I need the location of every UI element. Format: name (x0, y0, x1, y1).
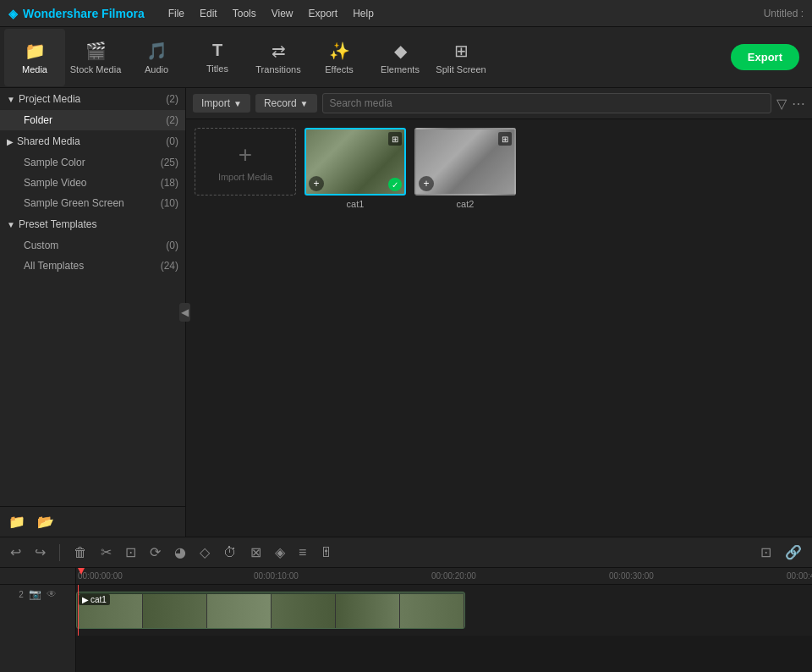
menu-edit[interactable]: Edit (193, 5, 224, 22)
ruler-mark-0: 00:00:00:00 (78, 571, 123, 581)
top-bar: ◈ Wondershare Filmora File Edit Tools Vi… (0, 0, 812, 27)
export-button[interactable]: Export (731, 44, 799, 70)
app-name: Wondershare Filmora (23, 7, 145, 20)
sidebar-item-custom[interactable]: Custom (0) (0, 235, 185, 256)
grid-thumb-icon-2: ⊞ (498, 132, 512, 146)
redo-button[interactable]: ↪ (31, 543, 49, 562)
transform-button[interactable]: ⊠ (247, 543, 265, 562)
record-button[interactable]: Record ▼ (255, 94, 317, 113)
markers-button[interactable]: ◈ (272, 543, 288, 562)
toolbar-media[interactable]: 📁 Media (4, 29, 65, 86)
sidebar-header-shared-media[interactable]: ▶ Shared Media (0) (0, 130, 185, 152)
cut-button[interactable]: ✂ (97, 543, 115, 562)
toolbar-audio[interactable]: 🎵 Audio (126, 29, 187, 86)
timeline-ruler-spacer (0, 568, 75, 585)
toolbar-elements[interactable]: ◆ Elements (370, 29, 431, 86)
media-thumb-cat1[interactable]: ⊞ ✓ + (304, 128, 406, 196)
keyframe-button[interactable]: ◇ (196, 543, 213, 562)
toolbar-elements-label: Elements (381, 64, 420, 74)
toolbar-split-screen[interactable]: ⊞ Split Screen (431, 29, 491, 86)
sidebar-item-all-templates[interactable]: All Templates (24) (0, 256, 185, 276)
all-templates-label: All Templates (24, 260, 161, 272)
timeline-track-controls: 2 📷 👁 (0, 585, 75, 603)
track-frames (77, 592, 464, 628)
toolbar-separator-1 (59, 544, 60, 561)
timeline-content: 2 📷 👁 00:00:00:00 00:00:10:00 00:00:20:0… (0, 568, 812, 672)
color-button[interactable]: ◕ (171, 543, 189, 562)
cat1-add-icon[interactable]: + (309, 176, 324, 191)
timeline-left-panel: 2 📷 👁 (0, 568, 76, 672)
timeline-tracks: ▶ cat1 (76, 585, 812, 636)
mute-button[interactable]: 🎚 (316, 543, 337, 562)
audio-mix-button[interactable]: ≡ (295, 543, 310, 562)
sidebar-header-preset-templates[interactable]: ▼ Preset Templates (0, 213, 185, 235)
menu-view[interactable]: View (265, 5, 300, 22)
new-folder-button[interactable]: 📁 (7, 512, 27, 532)
media-thumb-cat2[interactable]: ⊞ + (414, 128, 516, 196)
sidebar-collapse-button[interactable]: ◀ (179, 303, 190, 322)
toolbar-stock-media[interactable]: 🎬 Stock Media (65, 29, 126, 86)
undo-button[interactable]: ↩ (7, 543, 25, 562)
timeline-ruler: 00:00:00:00 00:00:10:00 00:00:20:00 00:0… (76, 568, 812, 585)
sidebar-item-sample-color[interactable]: Sample Color (25) (0, 152, 185, 173)
media-icon: 📁 (25, 41, 46, 61)
menu-bar: File Edit Tools View Export Help (162, 5, 381, 22)
sidebar-item-sample-green-screen[interactable]: Sample Green Screen (10) (0, 193, 185, 213)
cat1-checkmark: ✓ (388, 178, 402, 191)
timeline-toolbar: ↩ ↪ 🗑 ✂ ⊡ ⟳ ◕ ◇ ⏱ ⊠ ◈ ≡ 🎚 ⊡ 🔗 (0, 537, 812, 568)
split-screen-icon: ⊞ (454, 41, 469, 61)
cat2-add-icon[interactable]: + (419, 176, 434, 191)
sample-video-label: Sample Video (24, 177, 161, 189)
cat1-name: cat1 (347, 199, 365, 209)
import-button[interactable]: Import ▼ (193, 94, 250, 113)
plus-icon: + (239, 141, 252, 168)
sidebar-header-project-media[interactable]: ▼ Project Media (2) (0, 88, 185, 110)
sidebar-item-sample-video[interactable]: Sample Video (18) (0, 173, 185, 193)
folder-label: Folder (24, 114, 166, 126)
media-item-cat2[interactable]: ⊞ + cat2 (414, 128, 516, 209)
menu-export[interactable]: Export (302, 5, 345, 22)
menu-file[interactable]: File (162, 5, 191, 22)
track-frame-3 (207, 594, 272, 628)
motion-button[interactable]: ⟳ (146, 543, 164, 562)
menu-tools[interactable]: Tools (226, 5, 263, 22)
sidebar-section-project-media: ▼ Project Media (2) Folder (2) (0, 88, 185, 130)
media-item-cat1[interactable]: ⊞ ✓ + cat1 (304, 128, 406, 209)
track-eye-button[interactable]: 👁 (47, 588, 57, 600)
stock-media-icon: 🎬 (85, 41, 107, 61)
effects-icon: ✨ (329, 41, 350, 61)
all-templates-count: (24) (161, 260, 178, 272)
track-camera-button[interactable]: 📷 (29, 588, 41, 600)
media-grid: + Import Media ⊞ ✓ + cat1 ⊞ (186, 119, 812, 537)
fit-timeline-button[interactable]: ⊡ (757, 543, 775, 562)
shared-media-arrow: ▶ (7, 137, 14, 146)
crop-button[interactable]: ⊡ (122, 543, 140, 562)
sidebar-item-folder[interactable]: Folder (2) (0, 110, 185, 130)
toolbar-split-screen-label: Split Screen (436, 64, 486, 74)
record-dropdown-arrow: ▼ (300, 99, 309, 108)
media-thumb-cat2-overlay: ⊞ (498, 132, 512, 146)
speed-button[interactable]: ⏱ (220, 543, 240, 562)
filter-icon[interactable]: ▽ (776, 96, 787, 112)
search-input[interactable] (322, 93, 771, 113)
import-media-placeholder[interactable]: + Import Media (195, 128, 296, 196)
sidebar: ▼ Project Media (2) Folder (2) ▶ Shared … (0, 88, 186, 537)
app-logo: ◈ Wondershare Filmora (8, 7, 145, 20)
titles-icon: T (212, 41, 222, 60)
toolbar-effects[interactable]: ✨ Effects (309, 29, 370, 86)
link-button[interactable]: 🔗 (782, 543, 805, 562)
playhead-line (78, 585, 79, 636)
track-frame-2 (143, 594, 207, 628)
audio-icon: 🎵 (146, 41, 167, 61)
toolbar-transitions[interactable]: ⇄ Transitions (248, 29, 309, 86)
import-folder-button[interactable]: 📂 (36, 512, 56, 532)
menu-help[interactable]: Help (346, 5, 381, 22)
grid-icon[interactable]: ⋯ (792, 96, 805, 112)
toolbar-titles[interactable]: T Titles (187, 29, 248, 86)
window-title: Untitled : (764, 8, 804, 19)
delete-button[interactable]: 🗑 (70, 543, 91, 562)
toolbar-effects-label: Effects (325, 64, 353, 74)
video-track[interactable]: ▶ cat1 (76, 592, 465, 629)
timeline-right-panel: 00:00:00:00 00:00:10:00 00:00:20:00 00:0… (76, 568, 812, 672)
track-name: cat1 (91, 595, 107, 604)
